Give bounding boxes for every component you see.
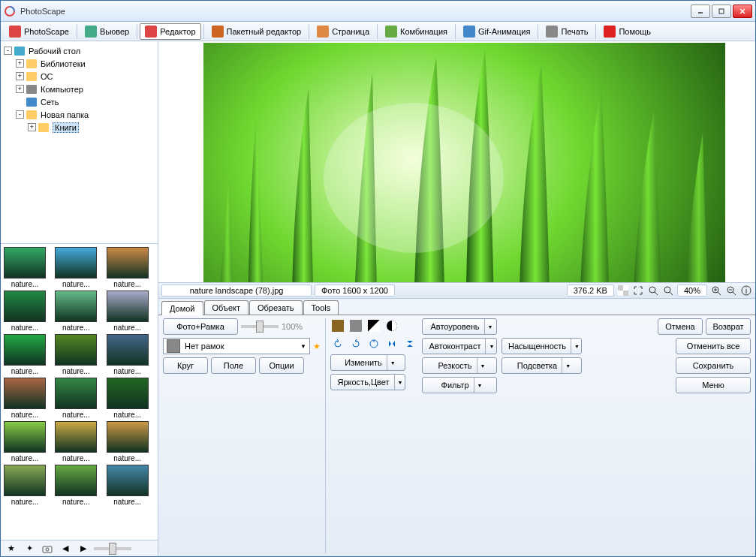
maximize-button[interactable]: [712, 5, 731, 18]
tree-toggle[interactable]: +: [16, 85, 24, 93]
toolbar-gif[interactable]: Gif-Анимация: [458, 23, 535, 40]
gradient2-icon[interactable]: [348, 318, 363, 333]
photo-frame-button[interactable]: Фото+Рамка: [163, 318, 238, 335]
rotate-ccw-icon[interactable]: [330, 336, 345, 351]
tree-node[interactable]: Сеть: [4, 95, 155, 108]
gradient1-icon[interactable]: [330, 318, 345, 333]
thumbnail[interactable]: nature...: [4, 378, 46, 419]
thumbnail[interactable]: nature...: [4, 291, 46, 332]
tree-node[interactable]: +ОС: [4, 70, 155, 83]
canvas-area[interactable]: [158, 41, 755, 282]
thumb-image: [4, 247, 46, 278]
folder-tree[interactable]: -Рабочий стол+Библиотеки+ОС+КомпьютерСет…: [1, 41, 158, 244]
tab-crop[interactable]: Обрезать: [249, 300, 303, 315]
thumbnail[interactable]: nature...: [107, 378, 149, 419]
tree-node[interactable]: +Книги: [4, 121, 155, 134]
photoscape-icon: [9, 26, 21, 38]
thumbnail[interactable]: nature...: [107, 291, 149, 332]
saturation-button[interactable]: Насыщенность: [501, 338, 582, 354]
left-panel: -Рабочий стол+Библиотеки+ОС+КомпьютерСет…: [1, 41, 158, 556]
tree-node[interactable]: -Рабочий стол: [4, 44, 155, 57]
contrast-icon[interactable]: [366, 318, 381, 333]
toolbar-editor[interactable]: Редактор: [140, 23, 200, 40]
thumbnail[interactable]: nature...: [107, 247, 149, 288]
thumbnail[interactable]: nature...: [4, 247, 46, 288]
resize-button[interactable]: Изменить: [330, 354, 405, 371]
thumb-label: nature...: [55, 280, 97, 288]
thumbnail[interactable]: nature...: [55, 421, 97, 462]
undo-all-button[interactable]: Отменить все: [676, 338, 751, 354]
undo-button[interactable]: Отмена: [658, 318, 703, 335]
thumb-size-slider[interactable]: [94, 547, 131, 550]
checker-icon[interactable]: [617, 285, 629, 297]
toolbar-viewer[interactable]: Вьювер: [80, 23, 134, 40]
thumbnail-panel[interactable]: nature...nature...nature...nature...natu…: [1, 244, 158, 540]
autolevel-button[interactable]: Автоуровень: [422, 318, 497, 335]
tree-node[interactable]: +Библиотеки: [4, 57, 155, 70]
save-button[interactable]: Сохранить: [676, 357, 751, 374]
tab-home[interactable]: Домой: [161, 301, 203, 315]
tree-toggle[interactable]: +: [16, 59, 24, 68]
next-icon[interactable]: ▶: [76, 541, 91, 556]
info-icon[interactable]: i: [740, 285, 752, 297]
zoom-in-icon[interactable]: [710, 285, 722, 297]
thumbnail[interactable]: nature...: [107, 334, 149, 375]
autocontrast-button[interactable]: Автоконтраст: [422, 338, 497, 354]
thumbnail[interactable]: nature...: [4, 334, 46, 375]
zoom-b-icon[interactable]: [662, 285, 674, 297]
tree-toggle[interactable]: -: [16, 110, 24, 119]
fit-icon[interactable]: [632, 285, 644, 297]
tab-object[interactable]: Объект: [204, 300, 248, 315]
frame-slider[interactable]: [241, 325, 279, 328]
toolbar-combine[interactable]: Комбинация: [380, 23, 453, 40]
flip-v-icon[interactable]: [402, 336, 417, 351]
rotate-free-icon[interactable]: [366, 336, 381, 351]
star-icon[interactable]: ★: [313, 342, 321, 351]
zoom-out-icon[interactable]: [725, 285, 737, 297]
thumbnail[interactable]: nature...: [55, 247, 97, 288]
filter-button[interactable]: Фильтр: [422, 377, 497, 393]
toolbar-help[interactable]: Помощь: [598, 23, 656, 40]
thumbnail[interactable]: nature...: [55, 378, 97, 419]
thumbnail[interactable]: nature...: [107, 421, 149, 462]
brightness-button[interactable]: Яркость,Цвет: [330, 374, 405, 390]
thumbnail[interactable]: nature...: [4, 465, 46, 506]
tree-node[interactable]: +Компьютер: [4, 83, 155, 95]
menu-button[interactable]: Меню: [676, 377, 751, 393]
wand-icon[interactable]: ✦: [22, 541, 37, 556]
redo-button[interactable]: Возврат: [706, 318, 751, 335]
field-button[interactable]: Поле: [211, 357, 256, 374]
tree-toggle[interactable]: -: [4, 47, 12, 55]
invert-icon[interactable]: [384, 318, 399, 333]
rotate-cw-icon[interactable]: [348, 336, 363, 351]
options-button[interactable]: Опции: [259, 357, 304, 374]
toolbar-print[interactable]: Печать: [541, 23, 593, 40]
computer-icon: [26, 84, 38, 95]
thumbnail[interactable]: nature...: [55, 334, 97, 375]
zoom-a-icon[interactable]: [647, 285, 659, 297]
toolbar-page[interactable]: Страница: [312, 23, 375, 40]
thumbnail[interactable]: nature...: [55, 465, 97, 506]
backlight-button[interactable]: Подсветка: [501, 357, 582, 374]
thumbnail[interactable]: nature...: [107, 465, 149, 506]
frame-combo[interactable]: Нет рамок: [163, 338, 310, 354]
star-icon[interactable]: ★: [4, 541, 19, 556]
sharpness-button[interactable]: Резкость: [422, 357, 497, 374]
tree-node[interactable]: -Новая папка: [4, 108, 155, 121]
thumbnail[interactable]: nature...: [4, 421, 46, 462]
tab-tools[interactable]: Tools: [303, 300, 339, 315]
round-button[interactable]: Круг: [163, 357, 208, 374]
status-zoom: 40%: [677, 285, 707, 297]
prev-icon[interactable]: ◀: [58, 541, 73, 556]
close-button[interactable]: [733, 5, 752, 18]
toolbar-batch[interactable]: Пакетный редактор: [206, 23, 307, 40]
camera-icon[interactable]: [40, 541, 55, 556]
tree-label: Новая папка: [41, 110, 89, 119]
thumbnail[interactable]: nature...: [55, 291, 97, 332]
toolbar-photoscape[interactable]: PhotoScape: [4, 23, 74, 40]
minimize-button[interactable]: [691, 5, 710, 18]
tree-toggle[interactable]: +: [16, 72, 24, 80]
tree-toggle[interactable]: +: [28, 123, 36, 131]
svg-rect-9: [317, 26, 329, 38]
flip-h-icon[interactable]: [384, 336, 399, 351]
